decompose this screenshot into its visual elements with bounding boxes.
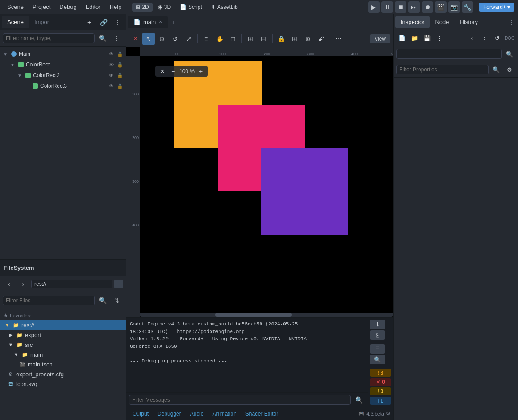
tab-inspector[interactable]: Inspector — [395, 16, 430, 28]
expand-src-icon[interactable]: ▼ — [7, 341, 14, 348]
fs-path-input[interactable] — [31, 280, 112, 288]
menu-debug[interactable]: Debug — [56, 2, 80, 12]
fs-item-export[interactable]: ▶ 📁 export — [0, 330, 126, 340]
insp-refresh-button[interactable]: ↺ — [491, 33, 503, 44]
filter-properties-input[interactable] — [396, 65, 489, 74]
insp-history-back[interactable]: 📄 — [396, 33, 408, 44]
lock-tool[interactable]: 🔒 — [275, 33, 287, 45]
badge-warning[interactable]: ! 3 — [370, 369, 391, 377]
zoom-out-button[interactable]: − — [169, 67, 178, 76]
fs-item-src[interactable]: ▼ 📁 src — [0, 340, 126, 350]
visibility-colorrect2[interactable]: 👁 — [107, 71, 115, 79]
filesystem-menu-button[interactable]: ⋮ — [110, 262, 122, 274]
console-search2-btn[interactable]: 🔍 — [370, 355, 385, 364]
more-options[interactable]: ⋯ — [332, 33, 345, 45]
record-button[interactable]: ⏺ — [422, 1, 433, 13]
fs-item-iconsvg[interactable]: 🖼 icon.svg — [0, 379, 126, 389]
scene-menu-button[interactable]: ⋮ — [112, 16, 124, 29]
move-tool[interactable]: ⊕ — [156, 33, 168, 45]
settings-icon2[interactable]: ⚙ — [386, 411, 390, 416]
view-button[interactable]: View — [370, 34, 390, 43]
fs-item-exportcfg[interactable]: ⚙ export_presets.cfg — [0, 369, 126, 379]
fs-sort-button[interactable]: ⇅ — [111, 294, 123, 307]
fs-filter-input[interactable] — [3, 296, 95, 305]
console-tab-animation[interactable]: Animation — [209, 410, 240, 418]
insp-next-button[interactable]: › — [479, 33, 490, 44]
zoom-reset-icon[interactable]: ✕ — [158, 67, 167, 76]
snap-tool[interactable]: ⊞ — [244, 33, 257, 45]
group-tool[interactable]: ⊞ — [288, 33, 301, 45]
lock-colorrect2[interactable]: 🔒 — [116, 71, 124, 79]
expand-main[interactable]: ▼ — [2, 52, 9, 57]
movie-button[interactable]: 🎬 — [435, 1, 447, 13]
menu-help[interactable]: Help — [106, 2, 125, 12]
paint-tool[interactable]: 🖌 — [315, 33, 327, 45]
scale-tool[interactable]: ⤢ — [182, 33, 195, 45]
fs-forward-button[interactable]: › — [17, 278, 29, 290]
rect-tool[interactable]: ◻ — [227, 33, 239, 45]
tab-node[interactable]: Node — [430, 16, 454, 28]
tree-item-colorrect3[interactable]: ▼ ColorRect3 👁 🔒 — [0, 81, 126, 91]
tree-item-main[interactable]: ▼ Main 👁 🔒 — [0, 49, 126, 59]
tree-item-colorrect[interactable]: ▼ ColorRect 👁 🔒 — [0, 59, 126, 70]
expand-export-icon[interactable]: ▶ — [7, 331, 14, 338]
console-search-icon[interactable]: 🔍 — [352, 394, 365, 406]
mode-2d[interactable]: ⊞ 2D — [132, 3, 152, 12]
fs-search-icon[interactable]: 🔍 — [96, 294, 109, 307]
console-tab-output[interactable]: Output — [129, 410, 152, 418]
insp-save[interactable]: 💾 — [421, 33, 433, 44]
badge-error[interactable]: ✕ 0 — [370, 378, 391, 386]
scrollbar-thumb[interactable] — [215, 313, 291, 317]
editor-tab-main[interactable]: 📄 main ✕ — [128, 16, 168, 28]
console-filter-input[interactable] — [129, 395, 351, 405]
stop-button[interactable]: ⏹ — [395, 1, 406, 13]
link-button[interactable]: 🔗 — [97, 16, 110, 29]
visibility-main[interactable]: 👁 — [107, 50, 115, 58]
pivot-tool[interactable]: ⊕ — [302, 33, 314, 45]
lock-colorrect[interactable]: 🔒 — [116, 61, 124, 69]
fs-item-maintscn[interactable]: 🎬 main.tscn — [0, 359, 126, 369]
tab-import[interactable]: Import — [29, 16, 56, 28]
pan-tool[interactable]: ✋ — [213, 33, 226, 45]
console-tab-debugger[interactable]: Debugger — [154, 410, 185, 418]
inspector-more-button[interactable]: ⋮ — [507, 17, 516, 27]
expand-colorrect2[interactable]: ▼ — [16, 73, 23, 78]
badge-caution[interactable]: ! 0 — [370, 387, 391, 395]
visibility-colorrect3[interactable]: 👁 — [107, 82, 115, 90]
play-button[interactable]: ▶ — [368, 1, 380, 13]
console-copy-btn[interactable]: ⎘ — [370, 330, 385, 340]
inspector-search-icon[interactable]: 🔍 — [504, 48, 515, 60]
fs-back-button[interactable]: ‹ — [3, 278, 15, 290]
mode-script[interactable]: 📄 Script — [176, 3, 206, 12]
scrollbar-horizontal[interactable] — [140, 313, 393, 317]
lock-main[interactable]: 🔒 — [116, 50, 124, 58]
forward-plus-button[interactable]: Forward+ ▾ — [479, 3, 514, 12]
scene-search-icon[interactable]: 🔍 — [96, 32, 109, 45]
scene-filter-input[interactable] — [3, 33, 95, 43]
fs-item-res[interactable]: ▼ 📁 res:// — [0, 320, 126, 330]
tree-item-colorrect2[interactable]: ▼ ColorRect2 👁 🔒 — [0, 70, 126, 81]
console-tab-shader[interactable]: Shader Editor — [242, 410, 282, 418]
expand-main-icon[interactable]: ▼ — [12, 351, 20, 358]
visibility-colorrect[interactable]: 👁 — [107, 61, 115, 69]
list-tool[interactable]: ≡ — [200, 33, 212, 45]
insp-menu[interactable]: ⋮ — [434, 33, 445, 44]
menu-project[interactable]: Project — [29, 2, 54, 12]
grid-tool[interactable]: ⊟ — [257, 33, 270, 45]
console-filter2-btn[interactable]: ☰ — [370, 344, 385, 354]
tab-scene[interactable]: Scene — [2, 16, 29, 28]
insp-prev-button[interactable]: ‹ — [466, 33, 478, 44]
pause-button[interactable]: ⏸ — [381, 1, 393, 13]
camera-button[interactable]: 📷 — [448, 1, 460, 13]
mode-assetlib[interactable]: ⬇ AssetLib — [207, 3, 241, 12]
viewport[interactable]: 0 100 200 300 400 50 100 200 300 400 — [126, 47, 393, 317]
mode-3d[interactable]: ◉ 3D — [154, 3, 174, 12]
fs-item-main[interactable]: ▼ 📁 main — [0, 350, 126, 359]
tab-close-button[interactable]: ✕ — [158, 19, 162, 25]
filter-options-icon[interactable]: ⚙ — [504, 64, 515, 75]
inspector-search-input[interactable] — [396, 49, 502, 59]
add-node-button[interactable]: + — [83, 16, 95, 29]
zoom-in-button[interactable]: + — [196, 67, 205, 76]
filter-search-icon[interactable]: 🔍 — [490, 64, 502, 75]
insp-doc-button[interactable]: DOC — [504, 33, 515, 44]
